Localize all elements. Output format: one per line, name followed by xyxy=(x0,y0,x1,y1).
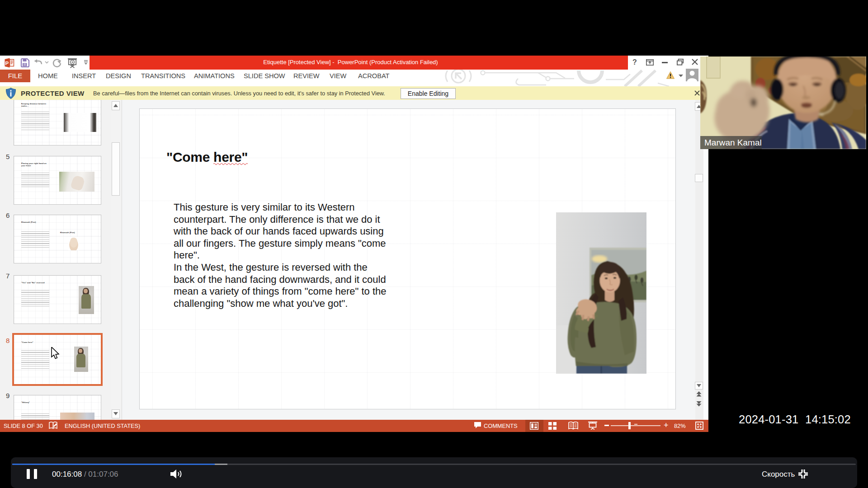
svg-text:P: P xyxy=(5,61,9,66)
svg-text:Marwan Kamal: Marwan Kamal xyxy=(704,138,762,147)
